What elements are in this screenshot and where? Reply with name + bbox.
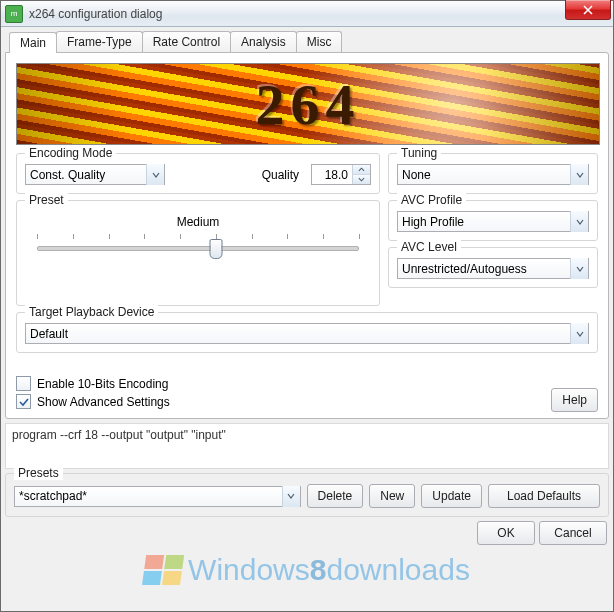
avc-profile-select[interactable]: High Profile xyxy=(397,211,589,232)
commandline-preview: program --crf 18 --output "output" "inpu… xyxy=(5,423,609,469)
ten-bit-checkbox[interactable]: Enable 10-Bits Encoding xyxy=(16,376,551,391)
preset-slider[interactable] xyxy=(31,233,365,259)
avc-profile-value: High Profile xyxy=(402,215,568,229)
tab-misc[interactable]: Misc xyxy=(296,31,343,52)
quality-value: 18.0 xyxy=(312,165,352,184)
help-button[interactable]: Help xyxy=(551,388,598,412)
preset-new-button[interactable]: New xyxy=(369,484,415,508)
tab-frame-type[interactable]: Frame-Type xyxy=(56,31,143,52)
tab-rate-control[interactable]: Rate Control xyxy=(142,31,231,52)
ok-button[interactable]: OK xyxy=(477,521,535,545)
tuning-select[interactable]: None xyxy=(397,164,589,185)
chevron-down-icon xyxy=(570,323,588,344)
window-close-button[interactable] xyxy=(565,0,611,20)
watermark: Windows8downloads xyxy=(144,553,470,587)
close-icon xyxy=(583,5,593,15)
checkbox-box xyxy=(16,394,31,409)
tab-panel-main: 264 Encoding Mode Const. Quality Quality xyxy=(5,52,609,419)
group-playback-device: Target Playback Device Default xyxy=(16,312,598,353)
advanced-label: Show Advanced Settings xyxy=(37,395,170,409)
quality-spinner[interactable]: 18.0 xyxy=(311,164,371,185)
preset-delete-button[interactable]: Delete xyxy=(307,484,364,508)
cancel-button[interactable]: Cancel xyxy=(539,521,607,545)
quality-step-down[interactable] xyxy=(353,175,370,184)
quality-step-up[interactable] xyxy=(353,165,370,175)
quality-label: Quality xyxy=(262,168,299,182)
titlebar: m x264 configuration dialog xyxy=(1,1,613,27)
group-presets: Presets *scratchpad* Delete New Update L… xyxy=(5,473,609,517)
tab-analysis[interactable]: Analysis xyxy=(230,31,297,52)
preset-legend: Preset xyxy=(25,193,68,207)
preset-name-select[interactable]: *scratchpad* xyxy=(14,486,301,507)
preset-load-defaults-button[interactable]: Load Defaults xyxy=(488,484,600,508)
tuning-value: None xyxy=(402,168,568,182)
group-avc-profile: AVC Profile High Profile xyxy=(388,200,598,241)
client-area: Main Frame-Type Rate Control Analysis Mi… xyxy=(1,27,613,611)
chevron-down-icon xyxy=(570,211,588,232)
watermark-suffix: downloads xyxy=(326,553,469,587)
window-title: x264 configuration dialog xyxy=(29,7,162,21)
preset-track xyxy=(37,246,359,251)
chevron-down-icon xyxy=(570,164,588,185)
watermark-bold: 8 xyxy=(310,553,327,587)
dialog-footer: OK Cancel xyxy=(5,519,609,545)
tabstrip: Main Frame-Type Rate Control Analysis Mi… xyxy=(5,31,609,52)
tuning-legend: Tuning xyxy=(397,146,441,160)
advanced-checkbox[interactable]: Show Advanced Settings xyxy=(16,394,551,409)
playback-device-value: Default xyxy=(30,327,568,341)
encoding-mode-legend: Encoding Mode xyxy=(25,146,116,160)
group-preset: Preset Medium xyxy=(16,200,380,306)
group-encoding-mode: Encoding Mode Const. Quality Quality 18.… xyxy=(16,153,380,194)
tab-main[interactable]: Main xyxy=(9,32,57,53)
avc-level-value: Unrestricted/Autoguess xyxy=(402,262,568,276)
chevron-down-icon xyxy=(570,258,588,279)
preset-name-value: *scratchpad* xyxy=(19,489,280,503)
window-root: m x264 configuration dialog Main Frame-T… xyxy=(0,0,614,612)
avc-level-legend: AVC Level xyxy=(397,240,461,254)
ten-bit-label: Enable 10-Bits Encoding xyxy=(37,377,168,391)
presets-legend: Presets xyxy=(14,466,63,480)
watermark-prefix: Windows xyxy=(188,553,310,587)
avc-level-select[interactable]: Unrestricted/Autoguess xyxy=(397,258,589,279)
preset-thumb[interactable] xyxy=(209,239,222,259)
preset-update-button[interactable]: Update xyxy=(421,484,482,508)
group-avc-level: AVC Level Unrestricted/Autoguess xyxy=(388,247,598,288)
chevron-down-icon xyxy=(282,486,300,507)
chevron-down-icon xyxy=(146,164,164,185)
playback-device-select[interactable]: Default xyxy=(25,323,589,344)
group-tuning: Tuning None xyxy=(388,153,598,194)
banner-image: 264 xyxy=(16,63,600,145)
preset-value-label: Medium xyxy=(31,215,365,229)
encoding-mode-select[interactable]: Const. Quality xyxy=(25,164,165,185)
encoding-mode-value: Const. Quality xyxy=(30,168,144,182)
windows-logo-icon xyxy=(142,555,184,585)
app-icon: m xyxy=(5,5,23,23)
checkbox-box xyxy=(16,376,31,391)
playback-legend: Target Playback Device xyxy=(25,305,158,319)
avc-profile-legend: AVC Profile xyxy=(397,193,466,207)
